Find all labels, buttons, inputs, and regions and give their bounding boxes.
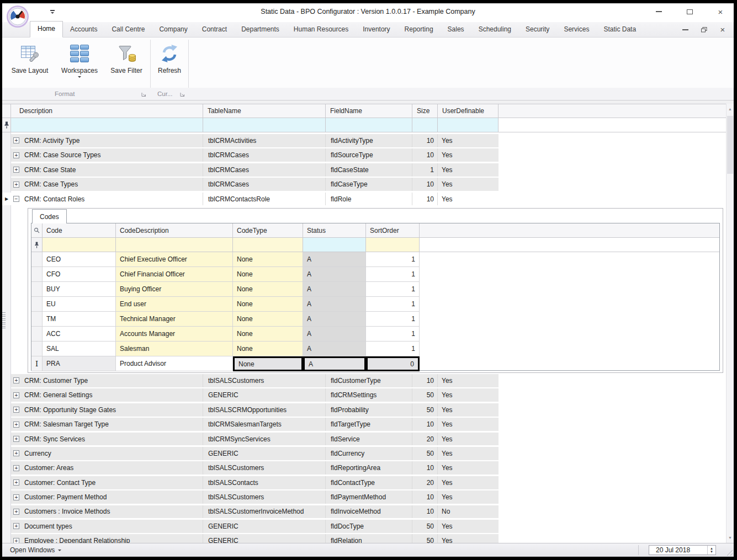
description-cell[interactable]: +Employee : Dependant Relationship [11,534,203,543]
codes-row[interactable]: TMTechnical ManagerNoneA1 [31,312,719,327]
table-row[interactable]: +CRM: Salesman Target TypetblCRMSalesman… [2,417,726,431]
field-name-cell[interactable]: fldCustomerType [326,374,412,387]
expand-icon[interactable]: + [13,465,19,471]
size-cell[interactable]: 10 [412,134,438,147]
description-cell[interactable]: +CRM: Case Types [11,178,203,191]
column-header-tablename[interactable]: TableName [203,104,326,118]
expand-icon[interactable]: + [13,152,19,158]
column-header-userdefinable[interactable]: UserDefinable [438,104,499,118]
column-header-codedescription[interactable]: CodeDescription [116,223,233,237]
sort-order-cell[interactable]: 1 [366,252,420,267]
field-name-cell[interactable]: fldActivityType [326,134,412,147]
sort-order-cell[interactable]: 1 [366,327,420,342]
size-cell[interactable]: 20 [412,433,438,446]
expand-icon[interactable]: + [13,494,19,500]
size-cell[interactable]: 50 [412,520,438,533]
code-cell[interactable]: BUY [43,282,116,297]
description-cell[interactable]: +Customer: Contact Type [11,476,203,489]
description-cell[interactable]: +CRM: Case State [11,163,203,177]
table-row[interactable]: +CurrencyGENERICfldCurrency50Yes [2,446,726,461]
sort-order-cell[interactable]: 1 [366,267,420,282]
table-row[interactable]: +Customer: Payment MethodtblSALSCustomer… [2,490,726,504]
user-definable-cell[interactable]: Yes [438,178,499,191]
expand-icon[interactable]: + [13,137,19,143]
column-header-fieldname[interactable]: FieldName [326,104,412,118]
user-definable-cell[interactable]: Yes [438,433,499,446]
save-layout-button[interactable]: Save Layout [4,40,55,87]
expand-icon[interactable]: + [13,479,19,486]
column-header-code[interactable]: Code [43,223,116,237]
code-description-cell[interactable]: Buying Officer [116,282,233,297]
date-editor[interactable]: 20 Jul 2018 ▲ ▼ [649,545,716,555]
table-row[interactable]: +CRM: Opportunity Stage GatestblSALSCRMO… [2,403,726,417]
filter-input-codetype[interactable] [233,238,303,252]
table-row[interactable]: +CRM: Sync ServicestblCRMSyncServicesfld… [2,432,726,446]
expand-icon[interactable]: + [13,422,19,428]
code-cell[interactable]: ACC [43,327,116,342]
code-description-cell[interactable]: Chief Executive Officer [116,252,233,267]
status-cell[interactable]: A [303,267,366,282]
table-name-cell[interactable]: GENERIC [203,447,326,460]
user-definable-cell[interactable]: Yes [438,388,499,402]
tab-static-data[interactable]: Static Data [596,22,643,37]
field-name-cell[interactable]: fldRelation [326,534,412,543]
filter-input-userdefinable[interactable] [438,118,499,132]
expand-icon[interactable]: + [13,523,19,529]
code-cell[interactable]: EU [43,297,116,312]
tab-codes[interactable]: Codes [32,209,67,223]
code-type-cell[interactable]: None [233,252,303,267]
table-name-cell[interactable]: tblSALSCustomers [203,461,326,474]
code-description-cell[interactable]: Salesman [116,342,233,356]
size-cell[interactable]: 50 [412,403,438,417]
table-row[interactable]: +CRM: Activity TypetblCRMActivitiesfldAc… [2,134,726,148]
status-cell[interactable]: A [303,297,366,312]
field-name-cell[interactable]: fldInvoiceMethod [326,505,412,519]
description-cell[interactable]: +CRM: Customer Type [11,374,203,387]
field-name-cell[interactable]: fldSourceType [326,148,412,162]
code-type-cell[interactable]: None [233,297,303,312]
mdi-close-icon[interactable]: × [718,25,727,35]
tab-services[interactable]: Services [556,22,596,37]
field-name-cell[interactable]: fldContactType [326,476,412,489]
size-cell[interactable]: 50 [412,388,438,402]
codes-row[interactable]: BUYBuying OfficerNoneA1 [31,282,719,297]
expand-icon[interactable]: + [13,450,19,456]
code-cell[interactable]: TM [43,312,116,327]
code-description-cell[interactable]: Product Advisor [116,356,233,371]
expand-icon[interactable]: + [13,182,19,188]
status-cell[interactable]: A [303,342,366,356]
size-cell[interactable]: 10 [412,178,438,191]
field-name-cell[interactable]: fldTargetType [326,418,412,431]
codes-row[interactable]: ACCAccounts ManagerNoneA1 [31,327,719,342]
tab-security[interactable]: Security [518,22,556,37]
expand-icon[interactable]: + [13,436,19,442]
sort-order-cell[interactable]: 1 [366,297,420,312]
expand-icon[interactable]: + [13,509,19,515]
tab-scheduling[interactable]: Scheduling [471,22,518,37]
sort-order-cell[interactable]: 1 [366,342,420,356]
table-name-cell[interactable]: tblCRMSalesmanTargets [203,418,326,431]
codes-row[interactable]: SALSalesmanNoneA1 [31,342,719,356]
scrollbar-thumb[interactable] [727,116,733,174]
tab-home[interactable]: Home [30,21,63,38]
field-name-cell[interactable]: fldDocType [326,520,412,533]
table-name-cell[interactable]: tblSALSCRMOpportunities [203,403,326,417]
tab-accounts[interactable]: Accounts [63,22,104,37]
field-name-cell[interactable]: fldPaymentMethod [326,490,412,504]
scrollbar-down-icon[interactable]: ▼ [727,534,734,542]
table-name-cell[interactable]: tblSALSCustomers [203,374,326,387]
quick-access-dropdown-icon[interactable] [50,10,55,15]
code-description-cell[interactable]: Accounts Manager [116,327,233,342]
tab-sales[interactable]: Sales [441,22,471,37]
table-name-cell[interactable]: tblSALSCustomerInvoiceMethod [203,505,326,519]
user-definable-cell[interactable]: Yes [438,148,499,162]
table-row[interactable]: +CRM: Case Source TypestblCRMCasesfldSou… [2,148,726,162]
table-name-cell[interactable]: tblCRMActivities [203,134,326,147]
user-definable-cell[interactable]: Yes [438,134,499,147]
filter-input-tablename[interactable] [203,118,326,132]
codes-row[interactable]: CFOChief Financial OfficerNoneA1 [31,267,719,282]
filter-input-description[interactable] [11,118,203,132]
table-row[interactable]: +Customer: AreastblSALSCustomersfldRepor… [2,461,726,475]
mdi-restore-icon[interactable] [699,25,708,35]
table-row[interactable]: +Customers : Invoice MethodstblSALSCusto… [2,505,726,519]
